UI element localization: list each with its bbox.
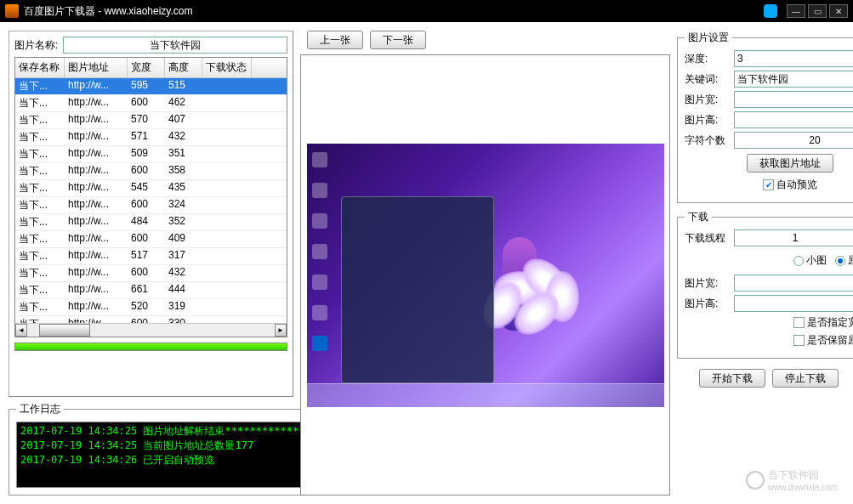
download-height-label: 图片高: <box>685 297 729 311</box>
scroll-left-icon[interactable]: ◄ <box>15 324 27 337</box>
table-header-cell[interactable]: 下载状态 <box>202 58 252 77</box>
start-download-button[interactable]: 开始下载 <box>699 369 765 388</box>
table-cell: 324 <box>165 197 202 213</box>
scroll-thumb[interactable] <box>39 324 90 337</box>
table-row[interactable]: 当下...http://w...520319 <box>15 299 287 316</box>
table-cell: http://w... <box>65 78 128 94</box>
table-cell: 600 <box>128 197 165 213</box>
table-cell <box>202 129 252 145</box>
download-height-input[interactable] <box>734 295 853 312</box>
table-cell: 571 <box>128 129 165 145</box>
keyword-input[interactable] <box>734 71 853 88</box>
table-cell: http://w... <box>65 316 128 323</box>
table-cell: 358 <box>165 163 202 179</box>
table-cell <box>202 95 252 111</box>
table-cell: 当下... <box>15 163 65 179</box>
table-cell: 当下... <box>15 265 65 281</box>
close-button[interactable]: ✕ <box>829 4 848 18</box>
table-cell: 517 <box>128 248 165 264</box>
maximize-button[interactable]: ▭ <box>808 4 827 18</box>
table-cell: 600 <box>128 95 165 111</box>
tshirt-icon[interactable] <box>764 4 777 18</box>
download-legend: 下载 <box>685 210 712 224</box>
table-header-cell[interactable]: 图片地址 <box>65 58 128 77</box>
threads-label: 下载线程 <box>685 231 729 246</box>
table-cell: 当下... <box>15 197 65 213</box>
table-cell: 600 <box>128 163 165 179</box>
stop-download-button[interactable]: 停止下载 <box>772 369 839 388</box>
next-button[interactable]: 下一张 <box>370 31 426 49</box>
fix-wh-label: 是否指定宽高 <box>807 315 853 330</box>
autopreview-checkbox[interactable]: ✔ <box>763 179 774 190</box>
table-hscroll[interactable]: ◄ ► <box>15 323 287 337</box>
download-width-input[interactable] <box>734 275 853 292</box>
table-row[interactable]: 当下...http://w...600462 <box>15 95 287 112</box>
table-cell: 当下... <box>15 231 65 247</box>
small-image-radio[interactable] <box>793 256 804 266</box>
table-cell: 当下... <box>15 180 65 196</box>
table-cell: 当下... <box>15 248 65 264</box>
table-row[interactable]: 当下...http://w...571432 <box>15 129 287 146</box>
image-name-input[interactable] <box>63 37 287 54</box>
table-cell: 600 <box>128 265 165 281</box>
table-header-cell[interactable]: 高度 <box>165 58 202 77</box>
table-cell <box>202 78 252 94</box>
table-cell: 317 <box>165 248 202 264</box>
table-row[interactable]: 当下...http://w...600358 <box>15 163 287 180</box>
table-cell: 409 <box>165 231 202 247</box>
original-image-radio[interactable] <box>835 256 845 266</box>
main-area: 图片名称: 保存名称图片地址宽度高度下载状态 当下...http://w...5… <box>0 22 853 504</box>
table-row[interactable]: 当下...http://w...595515 <box>15 78 287 95</box>
download-panel: 下载 下载线程 ▲ ▼ 小图 原图 <box>677 210 853 359</box>
table-cell <box>202 180 252 196</box>
table-row[interactable]: 当下...http://w...509351 <box>15 146 287 163</box>
fix-wh-checkbox[interactable] <box>793 317 805 328</box>
name-and-table-panel: 图片名称: 保存名称图片地址宽度高度下载状态 当下...http://w...5… <box>9 31 293 397</box>
table-row[interactable]: 当下...http://w...600324 <box>15 197 287 214</box>
settings-height-input[interactable] <box>734 111 853 128</box>
table-cell: http://w... <box>65 231 128 247</box>
table-row[interactable]: 当下...http://w...484352 <box>15 214 287 231</box>
depth-label: 深度: <box>685 52 729 66</box>
table-cell: 当下... <box>15 146 65 162</box>
table-cell: http://w... <box>65 265 128 281</box>
depth-select[interactable] <box>734 50 853 67</box>
table-cell <box>202 316 252 323</box>
table-row[interactable]: 当下...http://w...661444 <box>15 282 287 299</box>
charcount-input[interactable] <box>734 132 853 149</box>
table-cell: http://w... <box>65 146 128 162</box>
table-cell <box>202 248 252 264</box>
table-cell: 545 <box>128 180 165 196</box>
table-cell: 462 <box>165 95 202 111</box>
settings-legend: 图片设置 <box>685 31 732 45</box>
table-row[interactable]: 当下...http://w...517317 <box>15 248 287 265</box>
fetch-urls-button[interactable]: 获取图片地址 <box>747 154 833 173</box>
table-cell: 当下... <box>15 282 65 298</box>
table-cell: 595 <box>128 78 165 94</box>
table-cell: 484 <box>128 214 165 230</box>
table-row[interactable]: 当下...http://w...600409 <box>15 231 287 248</box>
table-cell: 351 <box>165 146 202 162</box>
table-header-cell[interactable]: 宽度 <box>128 58 165 77</box>
prev-button[interactable]: 上一张 <box>307 31 363 49</box>
keyword-label: 关键词: <box>685 72 729 87</box>
table-cell <box>202 146 252 162</box>
table-body[interactable]: 当下...http://w...595515当下...http://w...60… <box>15 78 287 323</box>
download-width-label: 图片宽: <box>685 276 729 291</box>
threads-input[interactable] <box>734 229 853 246</box>
table-row[interactable]: 当下...http://w...570407 <box>15 112 287 129</box>
table-cell: 407 <box>165 112 202 128</box>
table-row[interactable]: 当下...http://w...545435 <box>15 180 287 197</box>
table-cell <box>202 214 252 230</box>
table-cell: 432 <box>165 265 202 281</box>
table-header-cell[interactable]: 保存名称 <box>15 58 65 77</box>
window-title: 百度图片下载器 - www.xiaoheizy.com <box>24 4 764 19</box>
keep-orig-checkbox[interactable] <box>793 335 805 346</box>
table-row[interactable]: 当下...http://w...600330 <box>15 316 287 323</box>
minimize-button[interactable]: — <box>787 4 805 18</box>
settings-width-input[interactable] <box>734 91 853 108</box>
scroll-right-icon[interactable]: ► <box>275 324 287 337</box>
table-cell: 当下... <box>15 299 65 315</box>
app-icon <box>5 4 19 18</box>
table-row[interactable]: 当下...http://w...600432 <box>15 265 287 282</box>
